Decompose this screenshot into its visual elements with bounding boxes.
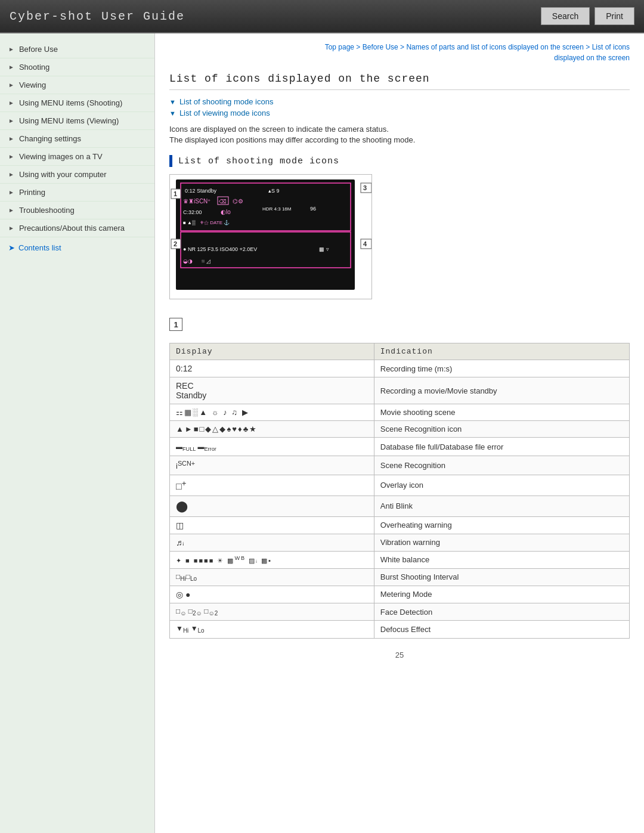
sidebar-item-menu-shooting[interactable]: ► Using MENU items (Shooting)	[0, 94, 154, 112]
link-shooting-mode[interactable]: ▼ List of shooting mode icons	[169, 97, 630, 106]
sidebar-arrow-shooting: ►	[8, 64, 14, 70]
svg-text:■ ▲▒: ■ ▲▒	[183, 220, 196, 225]
table-cell-indication: Defocus Effect	[374, 621, 629, 638]
triangle-down-icon-2: ▼	[169, 110, 176, 117]
section-num-box-1: 1	[169, 318, 182, 331]
camera-diagram-container: 0:12 Standby ▴S 9 ♛♜iSCN⁺ ⌫ ⌬⚙ C:32:00 ◐…	[169, 174, 372, 301]
sidebar-item-menu-viewing[interactable]: ► Using MENU items (Viewing)	[0, 112, 154, 130]
table-cell-indication: Anti Blink	[374, 496, 629, 516]
sidebar-arrow-before-use: ►	[8, 46, 14, 52]
sidebar-item-computer[interactable]: ► Using with your computer	[0, 166, 154, 184]
sidebar-label-computer: Using with your computer	[19, 170, 107, 179]
table-cell-display: ✦ ■ ■■■■ ☀ ▩WB ▨ᵢ ▩▪	[170, 551, 374, 568]
sidebar-item-settings[interactable]: ► Changing settings	[0, 130, 154, 148]
sidebar-label-menu-viewing: Using MENU items (Viewing)	[19, 116, 119, 125]
sidebar-arrow-viewing: ►	[8, 82, 14, 88]
sidebar-item-printing[interactable]: ► Printing	[0, 184, 154, 202]
table-cell-display: iSCN+	[170, 456, 374, 475]
sidebar-arrow-troubleshooting: ►	[8, 207, 14, 213]
table-col-display: Display	[170, 343, 374, 360]
breadcrumb: Top page > Before Use > Names of parts a…	[169, 42, 630, 63]
svg-text:◐lo: ◐lo	[221, 209, 231, 215]
svg-text:C:32:00: C:32:00	[183, 209, 202, 215]
sidebar-item-viewing[interactable]: ► Viewing	[0, 76, 154, 94]
table-row: ▲►■□◆△◆♠♥♦♣★ Scene Recognition icon	[170, 421, 630, 438]
sidebar-arrow-computer: ►	[8, 171, 14, 178]
sidebar-label-tv: Viewing images on a TV	[19, 152, 103, 161]
table-row: ✦ ■ ■■■■ ☀ ▩WB ▨ᵢ ▩▪ White balance	[170, 551, 630, 568]
table-row: □Hi□Lo Burst Shooting Interval	[170, 568, 630, 586]
table-row: □☺ □2☺ □☺2 Face Detection	[170, 603, 630, 620]
table-cell-display: 0:12	[170, 360, 374, 377]
link-shooting-label: List of shooting mode icons	[179, 97, 274, 106]
desc-line-1: Icons are displayed on the screen to ind…	[169, 125, 630, 134]
table-row: ▼Hi ▼Lo Defocus Effect	[170, 621, 630, 638]
table-cell-display: □+	[170, 475, 374, 496]
sidebar-item-before-use[interactable]: ► Before Use	[0, 41, 154, 58]
link-viewing-label: List of viewing mode icons	[179, 109, 270, 117]
table-cell-display: ▲►■□◆△◆♠♥♦♣★	[170, 421, 374, 438]
table-cell-display: RECStandby	[170, 377, 374, 404]
table-cell-display: ▼Hi ▼Lo	[170, 621, 374, 638]
sidebar-label-viewing: Viewing	[19, 80, 46, 89]
breadcrumb-before-use[interactable]: Before Use	[363, 43, 398, 51]
sidebar-label-settings: Changing settings	[19, 134, 81, 143]
table-col-indication: Indication	[374, 343, 629, 360]
table-row: ◫ Overheating warning	[170, 516, 630, 534]
blue-bar-icon	[169, 155, 172, 167]
table-cell-indication: Vibration warning	[374, 534, 629, 551]
table-cell-indication: Face Detection	[374, 603, 629, 620]
icons-table: Display Indication 0:12 Recording time (…	[169, 343, 630, 639]
print-button[interactable]: Print	[595, 7, 634, 25]
table-cell-display: ◫	[170, 516, 374, 534]
sidebar: ► Before Use ► Shooting ► Viewing ► Usin…	[0, 33, 155, 833]
sidebar-arrow-menu-shooting: ►	[8, 100, 14, 106]
page-number: 25	[169, 651, 630, 659]
table-cell-indication: Database file full/Database file error	[374, 438, 629, 456]
sidebar-label-menu-shooting: Using MENU items (Shooting)	[19, 98, 122, 107]
link-viewing-mode[interactable]: ▼ List of viewing mode icons	[169, 109, 630, 117]
table-cell-indication: Overheating warning	[374, 516, 629, 534]
table-cell-display: ⬤	[170, 496, 374, 516]
table-row: ▬FULL ▬Error Database file full/Database…	[170, 438, 630, 456]
sidebar-label-shooting: Shooting	[19, 63, 49, 72]
header-buttons: Search Print	[541, 7, 634, 25]
table-cell-indication: Recording a movie/Movie standby	[374, 377, 629, 404]
table-cell-indication: Metering Mode	[374, 586, 629, 603]
table-row: ⬤ Anti Blink	[170, 496, 630, 516]
svg-text:♛♜iSCN⁺: ♛♜iSCN⁺	[183, 198, 210, 205]
breadcrumb-names[interactable]: Names of parts and list of icons display…	[406, 43, 584, 51]
table-cell-display: ⚏▦░▲ ☼ ♪ ♫ ▶	[170, 404, 374, 421]
sidebar-item-tv[interactable]: ► Viewing images on a TV	[0, 148, 154, 166]
search-button[interactable]: Search	[541, 7, 590, 25]
section-num-1: 1	[174, 320, 178, 329]
breadcrumb-top[interactable]: Top page	[325, 43, 354, 51]
svg-text:HDR 4:3 16M: HDR 4:3 16M	[262, 206, 292, 212]
svg-text:3: 3	[363, 184, 367, 191]
sidebar-label-troubleshooting: Troubleshooting	[19, 206, 75, 215]
svg-text:1: 1	[174, 190, 177, 197]
contents-list-link[interactable]: ➤ Contents list	[0, 237, 154, 258]
svg-text:⌫: ⌫	[219, 199, 227, 205]
svg-text:◾◿: ◾◿	[200, 258, 210, 265]
arrow-right-icon: ➤	[8, 243, 15, 252]
table-row: ⚏▦░▲ ☼ ♪ ♫ ▶ Movie shooting scene	[170, 404, 630, 421]
table-row: ◎ ● Metering Mode	[170, 586, 630, 603]
svg-text:4: 4	[363, 240, 367, 247]
sidebar-arrow-precautions: ►	[8, 225, 14, 231]
svg-text:● NR 125 F3.5 ISO400 +2.0EV: ● NR 125 F3.5 ISO400 +2.0EV	[183, 246, 257, 252]
app-title: Cyber-shot User Guide	[10, 10, 185, 23]
desc-line-2: The displayed icon positions may differ …	[169, 135, 630, 144]
triangle-down-icon-1: ▼	[169, 98, 176, 106]
sidebar-arrow-printing: ►	[8, 189, 14, 196]
sidebar-item-troubleshooting[interactable]: ► Troubleshooting	[0, 202, 154, 219]
table-row: RECStandby Recording a movie/Movie stand…	[170, 377, 630, 404]
table-cell-indication: Burst Shooting Interval	[374, 568, 629, 586]
table-cell-indication: Movie shooting scene	[374, 404, 629, 421]
svg-text:⌬⚙: ⌬⚙	[233, 198, 243, 205]
svg-text:▩ ▿: ▩ ▿	[319, 246, 329, 252]
header: Cyber-shot User Guide Search Print	[0, 0, 644, 33]
sidebar-item-shooting[interactable]: ► Shooting	[0, 58, 154, 76]
svg-text:▴S  9: ▴S 9	[268, 188, 280, 194]
sidebar-item-precautions[interactable]: ► Precautions/About this camera	[0, 219, 154, 237]
